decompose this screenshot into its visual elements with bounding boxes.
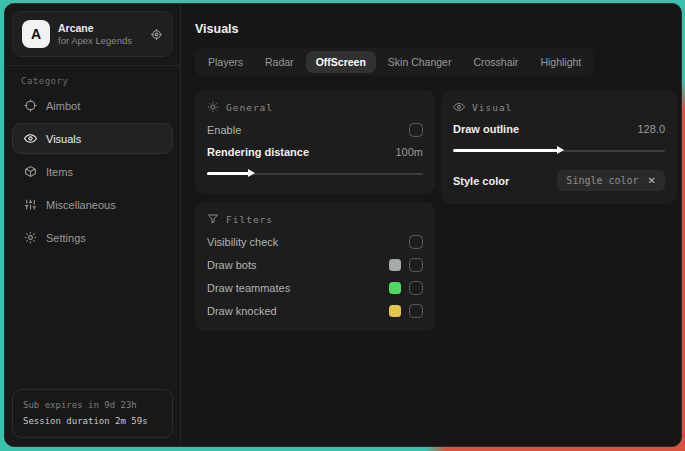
sidebar-item-visuals[interactable]: Visuals <box>12 123 173 154</box>
visual-panel: Visual Draw outline 128.0 Style color <box>441 90 677 204</box>
sidebar-item-settings[interactable]: Settings <box>12 222 173 253</box>
sidebar-item-label: Settings <box>46 232 86 244</box>
draw-outline-value: 128.0 <box>637 123 665 135</box>
crosshair-icon <box>23 99 37 112</box>
app-subtitle: for Apex Legends <box>58 35 142 47</box>
style-color-select[interactable]: Single color ✕ <box>557 170 665 191</box>
sidebar-item-label: Miscellaneous <box>46 199 116 211</box>
tab-players[interactable]: Players <box>198 51 253 73</box>
sidebar-item-items[interactable]: Items <box>12 156 173 187</box>
sub-expires-text: Sub expires in 9d 23h <box>23 398 162 413</box>
tab-highlight[interactable]: Highlight <box>530 51 591 73</box>
tab-offscreen[interactable]: OffScreen <box>306 51 376 73</box>
sidebar-item-aimbot[interactable]: Aimbot <box>12 90 173 121</box>
sidebar-divider <box>5 65 180 66</box>
scope-icon[interactable] <box>150 28 163 41</box>
visibility-check-checkbox[interactable] <box>409 235 423 249</box>
app-logo: A <box>22 20 50 48</box>
app-name: Arcane <box>58 22 142 35</box>
draw-knocked-checkbox[interactable] <box>409 304 423 318</box>
app-window: A Arcane for Apex Legends Category <box>4 3 682 447</box>
style-color-value: Single color <box>566 175 638 186</box>
draw-knocked-color-swatch[interactable] <box>389 305 401 317</box>
rendering-distance-value: 100m <box>395 146 423 158</box>
draw-bots-checkbox[interactable] <box>409 258 423 272</box>
sun-icon <box>207 101 219 113</box>
funnel-icon <box>207 213 219 225</box>
page-title: Visuals <box>195 22 677 36</box>
general-panel-title: General <box>226 102 273 113</box>
style-color-label: Style color <box>453 175 509 187</box>
general-panel: General Enable Rendering distance 100m <box>195 90 435 194</box>
draw-outline-slider[interactable] <box>453 144 665 158</box>
category-label: Category <box>21 76 180 86</box>
filters-panel-title: Filters <box>226 214 273 225</box>
slider-thumb[interactable] <box>557 146 564 154</box>
rendering-distance-label: Rendering distance <box>207 146 309 158</box>
session-duration-text: Session duration 2m 59s <box>23 414 162 429</box>
sidebar: A Arcane for Apex Legends Category <box>5 4 181 446</box>
tab-radar[interactable]: Radar <box>255 51 304 73</box>
enable-label: Enable <box>207 124 241 136</box>
draw-outline-label: Draw outline <box>453 123 519 135</box>
close-icon[interactable]: ✕ <box>648 175 656 186</box>
subscription-status-box: Sub expires in 9d 23h Session duration 2… <box>12 389 173 438</box>
sidebar-item-miscellaneous[interactable]: Miscellaneous <box>12 189 173 220</box>
sliders-icon <box>23 198 37 211</box>
brand-card: A Arcane for Apex Legends <box>12 11 173 57</box>
tab-skin-changer[interactable]: Skin Changer <box>378 51 462 73</box>
draw-bots-label: Draw bots <box>207 259 257 271</box>
draw-bots-color-swatch[interactable] <box>389 259 401 271</box>
enable-checkbox[interactable] <box>409 123 423 137</box>
tab-bar: Players Radar OffScreen Skin Changer Cro… <box>195 48 594 76</box>
sidebar-nav: Aimbot Visuals Items <box>5 90 180 253</box>
draw-teammates-color-swatch[interactable] <box>389 282 401 294</box>
visual-panel-title: Visual <box>472 102 512 113</box>
sidebar-item-label: Aimbot <box>46 100 80 112</box>
filters-panel: Filters Visibility check Draw bots <box>195 202 435 331</box>
draw-knocked-label: Draw knocked <box>207 305 277 317</box>
slider-thumb[interactable] <box>248 169 255 177</box>
main-content: Visuals Players Radar OffScreen Skin Cha… <box>181 4 682 446</box>
brand-text: Arcane for Apex Legends <box>58 22 142 47</box>
sidebar-item-label: Visuals <box>46 133 81 145</box>
rendering-distance-slider[interactable] <box>207 167 423 181</box>
draw-teammates-label: Draw teammates <box>207 282 290 294</box>
tab-crosshair[interactable]: Crosshair <box>463 51 528 73</box>
gear-icon <box>23 231 37 244</box>
draw-teammates-checkbox[interactable] <box>409 281 423 295</box>
cube-icon <box>23 165 37 178</box>
eye-icon <box>453 101 465 113</box>
visibility-check-label: Visibility check <box>207 236 278 248</box>
sidebar-item-label: Items <box>46 166 73 178</box>
eye-icon <box>23 132 37 145</box>
